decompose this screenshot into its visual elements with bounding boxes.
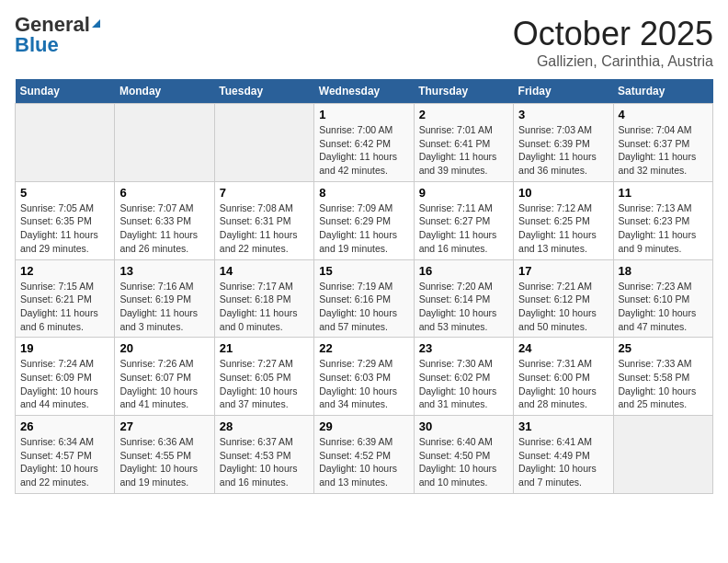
day-info: Sunrise: 7:23 AMSunset: 6:10 PMDaylight:… bbox=[619, 280, 708, 334]
calendar-cell: 21Sunrise: 7:27 AMSunset: 6:05 PMDayligh… bbox=[214, 338, 313, 416]
calendar-cell: 28Sunrise: 6:37 AMSunset: 4:53 PMDayligh… bbox=[214, 416, 313, 494]
logo-blue-text: Blue bbox=[15, 35, 100, 55]
day-info: Sunrise: 6:34 AMSunset: 4:57 PMDaylight:… bbox=[20, 435, 109, 489]
day-info: Sunrise: 7:11 AMSunset: 6:27 PMDaylight:… bbox=[419, 201, 508, 256]
calendar-cell: 17Sunrise: 7:21 AMSunset: 6:12 PMDayligh… bbox=[514, 259, 613, 338]
day-info: Sunrise: 7:12 AMSunset: 6:25 PMDaylight:… bbox=[518, 201, 608, 256]
calendar-cell: 11Sunrise: 7:13 AMSunset: 6:23 PMDayligh… bbox=[613, 181, 712, 259]
calendar-cell: 10Sunrise: 7:12 AMSunset: 6:25 PMDayligh… bbox=[514, 181, 613, 259]
day-info: Sunrise: 7:24 AMSunset: 6:09 PMDaylight:… bbox=[20, 357, 109, 411]
day-number: 16 bbox=[419, 264, 508, 278]
day-info: Sunrise: 6:36 AMSunset: 4:55 PMDaylight:… bbox=[119, 435, 209, 489]
day-number: 9 bbox=[419, 186, 508, 200]
calendar-cell: 19Sunrise: 7:24 AMSunset: 6:09 PMDayligh… bbox=[16, 338, 115, 416]
calendar-table: SundayMondayTuesdayWednesdayThursdayFrid… bbox=[15, 79, 713, 494]
day-info: Sunrise: 7:03 AMSunset: 6:39 PMDaylight:… bbox=[518, 123, 608, 178]
calendar-cell: 12Sunrise: 7:15 AMSunset: 6:21 PMDayligh… bbox=[16, 259, 115, 338]
title-block: October 2025 Gallizien, Carinthia, Austr… bbox=[513, 15, 713, 70]
day-info: Sunrise: 6:40 AMSunset: 4:50 PMDaylight:… bbox=[419, 435, 508, 489]
calendar-cell: 8Sunrise: 7:09 AMSunset: 6:29 PMDaylight… bbox=[314, 181, 414, 259]
day-number: 13 bbox=[119, 264, 209, 278]
day-number: 18 bbox=[619, 264, 708, 278]
day-number: 31 bbox=[518, 419, 608, 433]
calendar-cell: 6Sunrise: 7:07 AMSunset: 6:33 PMDaylight… bbox=[115, 181, 214, 259]
logo-general-text: General bbox=[15, 15, 90, 35]
day-info: Sunrise: 7:20 AMSunset: 6:14 PMDaylight:… bbox=[419, 280, 508, 334]
day-info: Sunrise: 7:26 AMSunset: 6:07 PMDaylight:… bbox=[119, 357, 209, 411]
day-number: 7 bbox=[220, 186, 309, 200]
day-number: 11 bbox=[619, 186, 708, 200]
day-info: Sunrise: 7:31 AMSunset: 6:00 PMDaylight:… bbox=[518, 357, 608, 411]
calendar-week-3: 12Sunrise: 7:15 AMSunset: 6:21 PMDayligh… bbox=[16, 259, 713, 338]
day-number: 30 bbox=[419, 419, 508, 433]
day-info: Sunrise: 7:00 AMSunset: 6:42 PMDaylight:… bbox=[319, 123, 408, 178]
day-number: 28 bbox=[220, 419, 309, 433]
day-info: Sunrise: 7:09 AMSunset: 6:29 PMDaylight:… bbox=[319, 201, 408, 256]
calendar-cell: 30Sunrise: 6:40 AMSunset: 4:50 PMDayligh… bbox=[414, 416, 513, 494]
day-info: Sunrise: 7:05 AMSunset: 6:35 PMDaylight:… bbox=[20, 201, 109, 256]
calendar-cell bbox=[214, 104, 313, 182]
day-number: 4 bbox=[619, 108, 708, 121]
calendar-cell: 29Sunrise: 6:39 AMSunset: 4:52 PMDayligh… bbox=[314, 416, 414, 494]
day-info: Sunrise: 7:13 AMSunset: 6:23 PMDaylight:… bbox=[619, 201, 708, 256]
calendar-subtitle: Gallizien, Carinthia, Austria bbox=[513, 53, 713, 70]
day-number: 5 bbox=[20, 186, 109, 200]
calendar-cell: 18Sunrise: 7:23 AMSunset: 6:10 PMDayligh… bbox=[613, 259, 712, 338]
day-info: Sunrise: 6:41 AMSunset: 4:49 PMDaylight:… bbox=[518, 435, 608, 489]
day-number: 27 bbox=[119, 419, 209, 433]
calendar-cell: 3Sunrise: 7:03 AMSunset: 6:39 PMDaylight… bbox=[514, 104, 613, 182]
day-info: Sunrise: 7:29 AMSunset: 6:03 PMDaylight:… bbox=[319, 357, 408, 411]
calendar-cell: 2Sunrise: 7:01 AMSunset: 6:41 PMDaylight… bbox=[414, 104, 513, 182]
day-number: 23 bbox=[419, 341, 508, 355]
day-info: Sunrise: 7:16 AMSunset: 6:19 PMDaylight:… bbox=[119, 280, 209, 334]
calendar-cell: 16Sunrise: 7:20 AMSunset: 6:14 PMDayligh… bbox=[414, 259, 513, 338]
weekday-header-thursday: Thursday bbox=[414, 79, 513, 104]
calendar-cell bbox=[16, 104, 115, 182]
day-number: 6 bbox=[119, 186, 209, 200]
calendar-cell: 1Sunrise: 7:00 AMSunset: 6:42 PMDaylight… bbox=[314, 104, 414, 182]
calendar-cell: 23Sunrise: 7:30 AMSunset: 6:02 PMDayligh… bbox=[414, 338, 513, 416]
weekday-header-sunday: Sunday bbox=[16, 79, 115, 104]
weekday-header-friday: Friday bbox=[514, 79, 613, 104]
weekday-header-saturday: Saturday bbox=[613, 79, 712, 104]
day-number: 12 bbox=[20, 264, 109, 278]
calendar-week-4: 19Sunrise: 7:24 AMSunset: 6:09 PMDayligh… bbox=[16, 338, 713, 416]
calendar-body: 1Sunrise: 7:00 AMSunset: 6:42 PMDaylight… bbox=[16, 104, 713, 494]
day-number: 8 bbox=[319, 186, 408, 200]
calendar-cell: 20Sunrise: 7:26 AMSunset: 6:07 PMDayligh… bbox=[115, 338, 214, 416]
calendar-cell: 26Sunrise: 6:34 AMSunset: 4:57 PMDayligh… bbox=[16, 416, 115, 494]
day-number: 20 bbox=[119, 341, 209, 355]
day-info: Sunrise: 7:01 AMSunset: 6:41 PMDaylight:… bbox=[419, 123, 508, 178]
calendar-cell: 15Sunrise: 7:19 AMSunset: 6:16 PMDayligh… bbox=[314, 259, 414, 338]
day-number: 26 bbox=[20, 419, 109, 433]
calendar-header: SundayMondayTuesdayWednesdayThursdayFrid… bbox=[16, 79, 713, 104]
day-number: 14 bbox=[220, 264, 309, 278]
calendar-week-5: 26Sunrise: 6:34 AMSunset: 4:57 PMDayligh… bbox=[16, 416, 713, 494]
day-info: Sunrise: 7:07 AMSunset: 6:33 PMDaylight:… bbox=[119, 201, 209, 256]
calendar-cell: 25Sunrise: 7:33 AMSunset: 5:58 PMDayligh… bbox=[613, 338, 712, 416]
weekday-header-monday: Monday bbox=[115, 79, 214, 104]
day-info: Sunrise: 6:37 AMSunset: 4:53 PMDaylight:… bbox=[220, 435, 309, 489]
day-info: Sunrise: 7:33 AMSunset: 5:58 PMDaylight:… bbox=[619, 357, 708, 411]
weekday-header-tuesday: Tuesday bbox=[214, 79, 313, 104]
day-info: Sunrise: 7:27 AMSunset: 6:05 PMDaylight:… bbox=[220, 357, 309, 411]
day-info: Sunrise: 7:15 AMSunset: 6:21 PMDaylight:… bbox=[20, 280, 109, 334]
calendar-cell: 22Sunrise: 7:29 AMSunset: 6:03 PMDayligh… bbox=[314, 338, 414, 416]
day-info: Sunrise: 7:08 AMSunset: 6:31 PMDaylight:… bbox=[220, 201, 309, 256]
day-info: Sunrise: 7:19 AMSunset: 6:16 PMDaylight:… bbox=[319, 280, 408, 334]
day-info: Sunrise: 7:30 AMSunset: 6:02 PMDaylight:… bbox=[419, 357, 508, 411]
calendar-cell: 24Sunrise: 7:31 AMSunset: 6:00 PMDayligh… bbox=[514, 338, 613, 416]
calendar-cell bbox=[115, 104, 214, 182]
day-number: 10 bbox=[518, 186, 608, 200]
calendar-cell: 13Sunrise: 7:16 AMSunset: 6:19 PMDayligh… bbox=[115, 259, 214, 338]
calendar-title: October 2025 bbox=[513, 15, 713, 53]
page-header: General Blue October 2025 Gallizien, Car… bbox=[15, 15, 713, 70]
day-number: 29 bbox=[319, 419, 408, 433]
calendar-cell: 9Sunrise: 7:11 AMSunset: 6:27 PMDaylight… bbox=[414, 181, 513, 259]
weekday-header-wednesday: Wednesday bbox=[314, 79, 414, 104]
calendar-cell: 31Sunrise: 6:41 AMSunset: 4:49 PMDayligh… bbox=[514, 416, 613, 494]
day-number: 19 bbox=[20, 341, 109, 355]
calendar-week-2: 5Sunrise: 7:05 AMSunset: 6:35 PMDaylight… bbox=[16, 181, 713, 259]
calendar-cell: 27Sunrise: 6:36 AMSunset: 4:55 PMDayligh… bbox=[115, 416, 214, 494]
calendar-cell: 5Sunrise: 7:05 AMSunset: 6:35 PMDaylight… bbox=[16, 181, 115, 259]
